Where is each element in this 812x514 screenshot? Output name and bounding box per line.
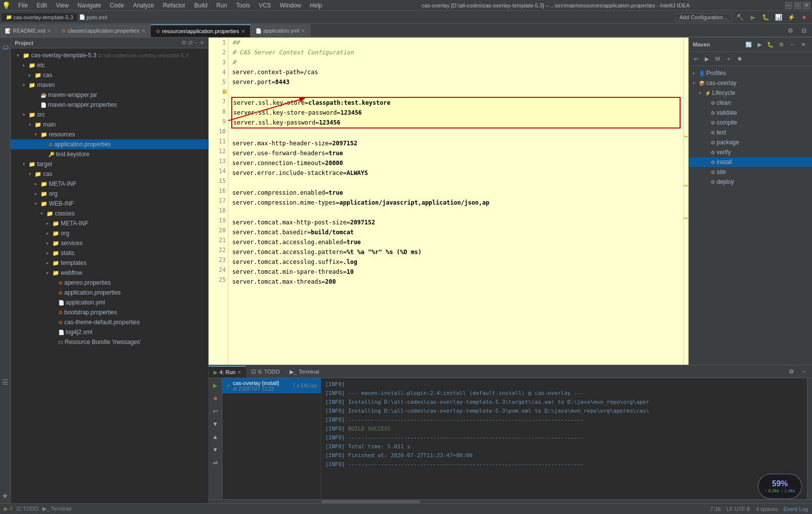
- event-log-btn[interactable]: Event Log: [783, 506, 808, 512]
- maven-debug-btn[interactable]: 🐛: [766, 40, 775, 49]
- tree-cas-theme[interactable]: ⚙ cas-theme-default.properties: [11, 317, 208, 327]
- status-terminal-btn[interactable]: ▶_ Terminal: [43, 506, 72, 512]
- maven-deploy[interactable]: ⚙ deploy: [689, 177, 812, 187]
- menu-code[interactable]: Code: [106, 1, 128, 10]
- tree-bootstrap[interactable]: ⚙ bootstrap.properties: [11, 307, 208, 317]
- tree-maven-props[interactable]: 📄 maven-wrapper.properties: [11, 100, 208, 110]
- tree-app-yml[interactable]: 📄 application.yml: [11, 298, 208, 307]
- tree-src[interactable]: ▾ 📁 src: [11, 110, 208, 120]
- pom-tab[interactable]: 📄 pom.xml: [79, 14, 107, 20]
- maven-verify[interactable]: ⚙ verify: [689, 147, 812, 157]
- maven-minimize-btn[interactable]: −: [787, 40, 797, 49]
- tree-maven[interactable]: ▾ 📁 maven: [11, 80, 208, 90]
- sidebar-sync-icon[interactable]: ⇄: [188, 40, 193, 46]
- maven-tb5[interactable]: ✱: [734, 54, 744, 64]
- run-up-btn[interactable]: ▲: [210, 431, 221, 442]
- maven-test[interactable]: ⚙ test: [689, 128, 812, 137]
- tree-webflow[interactable]: ▸ 📁 webflow: [11, 268, 208, 278]
- menu-edit[interactable]: Edit: [33, 1, 51, 10]
- code-content[interactable]: ## # CAS Server Context Configuration # …: [228, 38, 684, 365]
- menu-help[interactable]: Help: [306, 1, 326, 10]
- tree-root[interactable]: ▾ 📁 cas-overlay-template-5.3 D:\all-code…: [11, 50, 208, 60]
- tree-app-props[interactable]: ⚙ application.properties: [11, 139, 208, 149]
- tab-todo[interactable]: ☑ 6: TODO: [246, 366, 285, 378]
- run-soft-wrap-btn[interactable]: ⇌: [210, 457, 221, 468]
- maven-run-btn[interactable]: ▶: [755, 40, 765, 49]
- menu-build[interactable]: Build: [190, 1, 212, 10]
- maven-package[interactable]: ⚙ package: [689, 137, 812, 147]
- coverage-button[interactable]: 📊: [772, 11, 784, 23]
- tab-readme[interactable]: 📝 README.md ✕: [0, 24, 56, 37]
- menu-analyze[interactable]: Analyze: [129, 1, 158, 10]
- tree-apereo[interactable]: ⚙ apereo.properties: [11, 278, 208, 288]
- sidebar-settings-icon[interactable]: ⚙: [181, 40, 186, 46]
- tree-etc[interactable]: ▸ 📁 etc: [11, 60, 208, 70]
- tab-classes-props-close[interactable]: ✕: [141, 28, 145, 34]
- editor-layout-btn[interactable]: ⊟: [798, 25, 810, 37]
- maven-validate[interactable]: ⚙ validate: [689, 108, 812, 118]
- tab-classes-props[interactable]: ⚙ classes\application.properties ✕: [56, 24, 150, 37]
- tab-app-yml-close[interactable]: ✕: [301, 28, 305, 34]
- run-rerun-btn[interactable]: ↩: [210, 406, 221, 417]
- run-tab-close[interactable]: ✕: [237, 370, 241, 375]
- maximize-button[interactable]: □: [794, 2, 801, 9]
- tree-static[interactable]: ▸ 📁 static: [11, 248, 208, 258]
- tree-meta-inf[interactable]: ▸ 📁 META-INF: [11, 179, 208, 189]
- sidebar-favorites-icon[interactable]: ★: [0, 488, 10, 503]
- tab-resources-props[interactable]: ⚙ resources\application.properties ✕: [151, 24, 251, 37]
- maven-site[interactable]: ⚙ site: [689, 167, 812, 177]
- tree-classes-meta[interactable]: ▸ 📁 META-INF: [11, 218, 208, 228]
- run-button[interactable]: ▶: [747, 11, 759, 23]
- sidebar-minimize-icon[interactable]: −: [195, 40, 198, 46]
- run-config[interactable]: Add Configuration...: [675, 13, 732, 22]
- editor-scrollbar[interactable]: [684, 38, 688, 365]
- maven-reload-btn[interactable]: 🔄: [744, 40, 754, 49]
- profile-button[interactable]: ⚡: [785, 11, 797, 23]
- tab-run[interactable]: ▶ 4: Run ✕: [209, 366, 246, 378]
- maven-clean[interactable]: ⚙ clean: [689, 98, 812, 108]
- maven-close-btn[interactable]: ✕: [798, 40, 808, 49]
- tree-webinf[interactable]: ▾ 📁 WEB-INF: [11, 199, 208, 209]
- tree-org[interactable]: ▸ 📁 org: [11, 189, 208, 199]
- run-list-item-0[interactable]: ✓ cas-overlay [install] at 2020/7/27 11:…: [222, 378, 321, 393]
- maven-cas-overlay[interactable]: ▾ 📦 cas-overlay: [689, 78, 812, 88]
- run-scrollbar-h[interactable]: [209, 499, 812, 503]
- maven-tb1[interactable]: ↩: [691, 54, 701, 64]
- tab-terminal[interactable]: ▶_ Terminal: [285, 366, 324, 378]
- sidebar-close-icon[interactable]: ✕: [200, 40, 204, 46]
- run-minimize-btn[interactable]: −: [798, 366, 810, 378]
- debug-button[interactable]: 🐛: [760, 11, 771, 23]
- maven-install[interactable]: ⚙ install: [689, 157, 812, 167]
- menu-window[interactable]: Window: [276, 1, 305, 10]
- run-settings-btn[interactable]: ⚙: [785, 366, 797, 378]
- status-todo-btn[interactable]: ☑ TODO: [16, 506, 38, 512]
- run-output[interactable]: [INFO] [INFO] --- maven-install-plugin:2…: [321, 378, 807, 499]
- menu-file[interactable]: File: [14, 1, 32, 10]
- tree-target-cas[interactable]: ▾ 📁 cas: [11, 169, 208, 179]
- run-down-btn[interactable]: ▼: [210, 444, 221, 455]
- sidebar-project-icon[interactable]: 🗂: [0, 40, 10, 54]
- menu-view[interactable]: View: [52, 1, 73, 10]
- menu-navigate[interactable]: Navigate: [74, 1, 105, 10]
- run-play-btn[interactable]: ▶: [210, 380, 221, 391]
- editor-settings-btn[interactable]: ⚙: [784, 25, 796, 37]
- maven-lifecycle[interactable]: ▾ ⚡ Lifecycle: [689, 88, 812, 98]
- project-tab[interactable]: 📁 cas-overlay-template-5.3: [2, 13, 77, 21]
- tree-services[interactable]: ▸ 📁 services: [11, 238, 208, 248]
- maven-profiles[interactable]: ▸ 👤 Profiles: [689, 68, 812, 78]
- menu-refactor[interactable]: Refactor: [159, 1, 189, 10]
- menu-tools[interactable]: Tools: [232, 1, 254, 10]
- run-output-scrollbar[interactable]: [807, 378, 812, 499]
- tree-etc-cas[interactable]: ▸ 📁 cas: [11, 70, 208, 80]
- status-run-btn[interactable]: ▶ 4: [4, 506, 12, 512]
- tree-templates[interactable]: ▸ 📁 templates: [11, 258, 208, 268]
- tree-maven-jar[interactable]: ☕ maven-wrapper.jar: [11, 90, 208, 100]
- tab-readme-close[interactable]: ✕: [47, 28, 51, 34]
- tab-resources-props-close[interactable]: ✕: [241, 29, 245, 34]
- menu-vcs[interactable]: VCS: [255, 1, 275, 10]
- minimize-button[interactable]: ─: [785, 2, 792, 9]
- run-stop-btn[interactable]: ■: [210, 393, 221, 404]
- maven-tb2[interactable]: ▶: [702, 54, 712, 64]
- tree-classes-org[interactable]: ▸ 📁 org: [11, 228, 208, 238]
- tree-target[interactable]: ▾ 📁 target: [11, 159, 208, 169]
